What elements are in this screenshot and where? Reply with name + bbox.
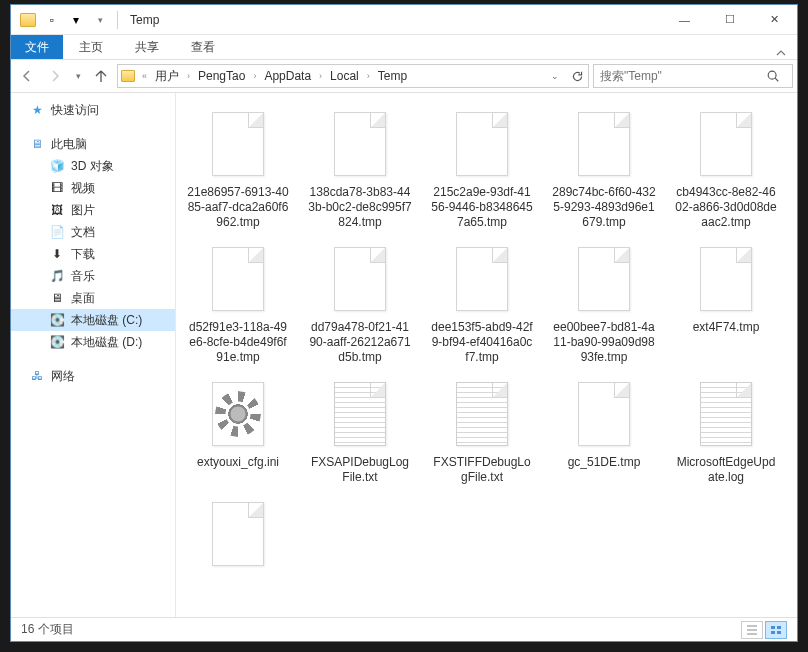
file-item[interactable]: FXSAPIDebugLogFile.txt — [306, 373, 414, 489]
close-button[interactable]: ✕ — [752, 5, 797, 34]
body: ★ 快速访问 🖥 此电脑 🧊3D 对象🎞视频🖼图片📄文档⬇下载🎵音乐🖥桌面💽本地… — [11, 93, 797, 617]
nav-pc-child[interactable]: 🎞视频 — [11, 177, 175, 199]
file-item[interactable]: 21e86957-6913-4085-aaf7-dca2a60f6962.tmp — [184, 103, 292, 234]
chevron-right-icon[interactable]: › — [315, 71, 326, 81]
nav-label: 此电脑 — [51, 136, 87, 153]
nav-child-label: 桌面 — [71, 290, 95, 307]
file-item[interactable]: MicrosoftEdgeUpdate.log — [672, 373, 780, 489]
nav-child-label: 本地磁盘 (D:) — [71, 334, 142, 351]
breadcrumb[interactable]: Temp — [374, 65, 411, 87]
svg-rect-1 — [771, 626, 775, 629]
nav-quick-access[interactable]: ★ 快速访问 — [11, 99, 175, 121]
search-icon[interactable] — [766, 69, 792, 83]
file-icon — [206, 107, 270, 181]
file-item[interactable]: d52f91e3-118a-49e6-8cfe-b4de49f6f91e.tmp — [184, 238, 292, 369]
file-name: extyouxi_cfg.ini — [197, 455, 279, 470]
nav-pc-child[interactable]: 🖼图片 — [11, 199, 175, 221]
address-dropdown-button[interactable]: ⌄ — [544, 65, 566, 87]
nav-history-dropdown[interactable]: ▾ — [71, 64, 85, 88]
file-item[interactable] — [184, 493, 292, 579]
nav-child-label: 下载 — [71, 246, 95, 263]
breadcrumb[interactable]: Local — [326, 65, 363, 87]
file-item[interactable]: dee153f5-abd9-42f9-bf94-ef40416a0cf7.tmp — [428, 238, 536, 369]
file-name: dee153f5-abd9-42f9-bf94-ef40416a0cf7.tmp — [430, 320, 534, 365]
breadcrumb[interactable]: PengTao — [194, 65, 249, 87]
item-count: 16 个项目 — [21, 621, 74, 638]
nav-pc-child[interactable]: 💽本地磁盘 (D:) — [11, 331, 175, 353]
chevron-right-icon[interactable]: › — [249, 71, 260, 81]
file-item[interactable]: FXSTIFFDebugLogFile.txt — [428, 373, 536, 489]
view-details-button[interactable] — [741, 621, 763, 639]
file-icon — [206, 497, 270, 571]
qa-newfolder[interactable]: ▾ — [65, 9, 87, 31]
nav-pc-child[interactable]: 🎵音乐 — [11, 265, 175, 287]
nav-child-icon: 🎞 — [49, 180, 65, 196]
qa-properties[interactable]: ▫ — [41, 9, 63, 31]
maximize-button[interactable]: ☐ — [707, 5, 752, 34]
file-icon — [328, 242, 392, 316]
nav-up-button[interactable] — [89, 64, 113, 88]
chevron-right-icon[interactable]: › — [183, 71, 194, 81]
nav-pc-child[interactable]: ⬇下载 — [11, 243, 175, 265]
file-icon — [694, 242, 758, 316]
file-name: dd79a478-0f21-4190-aaff-26212a671d5b.tmp — [308, 320, 412, 365]
file-name: 215c2a9e-93df-4156-9446-b83486457a65.tmp — [430, 185, 534, 230]
nav-child-label: 视频 — [71, 180, 95, 197]
nav-back-button[interactable] — [15, 64, 39, 88]
search-box[interactable] — [593, 64, 793, 88]
ribbon-tab-share[interactable]: 共享 — [119, 35, 175, 59]
nav-child-icon: 🖼 — [49, 202, 65, 218]
file-item[interactable]: ext4F74.tmp — [672, 238, 780, 369]
nav-this-pc[interactable]: 🖥 此电脑 — [11, 133, 175, 155]
nav-network[interactable]: 🖧 网络 — [11, 365, 175, 387]
file-item[interactable]: ee00bee7-bd81-4a11-ba90-99a09d9893fe.tmp — [550, 238, 658, 369]
breadcrumb[interactable]: 用户 — [151, 65, 183, 87]
quick-access-toolbar: ▫ ▾ ▾ Temp — [11, 9, 159, 31]
chevron-right-icon[interactable]: › — [363, 71, 374, 81]
file-item[interactable]: 138cda78-3b83-443b-b0c2-de8c995f7824.tmp — [306, 103, 414, 234]
window-title: Temp — [130, 13, 159, 27]
content-area[interactable]: 21e86957-6913-4085-aaf7-dca2a60f6962.tmp… — [176, 93, 797, 617]
nav-child-icon: 🎵 — [49, 268, 65, 284]
file-name: cb4943cc-8e82-4602-a866-3d0d08deaac2.tmp — [674, 185, 778, 230]
nav-forward-button[interactable] — [43, 64, 67, 88]
pc-icon: 🖥 — [29, 136, 45, 152]
svg-rect-2 — [777, 626, 781, 629]
file-icon — [450, 107, 514, 181]
ribbon-tab-view[interactable]: 查看 — [175, 35, 231, 59]
nav-pc-child[interactable]: 💽本地磁盘 (C:) — [11, 309, 175, 331]
file-name: d52f91e3-118a-49e6-8cfe-b4de49f6f91e.tmp — [186, 320, 290, 365]
nav-child-icon: 💽 — [49, 334, 65, 350]
view-icons-button[interactable] — [765, 621, 787, 639]
refresh-button[interactable] — [566, 65, 588, 87]
nav-child-label: 文档 — [71, 224, 95, 241]
nav-pc-child[interactable]: 📄文档 — [11, 221, 175, 243]
address-box[interactable]: « 用户› PengTao› AppData› Local› Temp ⌄ — [117, 64, 589, 88]
file-item[interactable]: 289c74bc-6f60-4325-9293-4893d96e1679.tmp — [550, 103, 658, 234]
qa-customize[interactable]: ▾ — [89, 9, 111, 31]
file-icon — [450, 242, 514, 316]
breadcrumb[interactable]: AppData — [260, 65, 315, 87]
file-item[interactable]: cb4943cc-8e82-4602-a866-3d0d08deaac2.tmp — [672, 103, 780, 234]
minimize-button[interactable]: — — [662, 5, 707, 34]
separator — [117, 11, 118, 29]
nav-child-icon: 🖥 — [49, 290, 65, 306]
file-name: 289c74bc-6f60-4325-9293-4893d96e1679.tmp — [552, 185, 656, 230]
nav-label: 网络 — [51, 368, 75, 385]
nav-child-label: 3D 对象 — [71, 158, 114, 175]
file-item[interactable]: 215c2a9e-93df-4156-9446-b83486457a65.tmp — [428, 103, 536, 234]
file-name: ext4F74.tmp — [693, 320, 760, 335]
file-name: 21e86957-6913-4085-aaf7-dca2a60f6962.tmp — [186, 185, 290, 230]
file-icon — [206, 242, 270, 316]
breadcrumb-overflow[interactable]: « — [138, 71, 151, 81]
ribbon-expand-button[interactable] — [765, 47, 797, 59]
search-input[interactable] — [594, 69, 766, 83]
nav-pc-child[interactable]: 🧊3D 对象 — [11, 155, 175, 177]
file-item[interactable]: extyouxi_cfg.ini — [184, 373, 292, 489]
ribbon-tab-home[interactable]: 主页 — [63, 35, 119, 59]
file-item[interactable]: gc_51DE.tmp — [550, 373, 658, 489]
file-item[interactable]: dd79a478-0f21-4190-aaff-26212a671d5b.tmp — [306, 238, 414, 369]
nav-child-label: 本地磁盘 (C:) — [71, 312, 142, 329]
nav-pc-child[interactable]: 🖥桌面 — [11, 287, 175, 309]
file-tab[interactable]: 文件 — [11, 35, 63, 59]
